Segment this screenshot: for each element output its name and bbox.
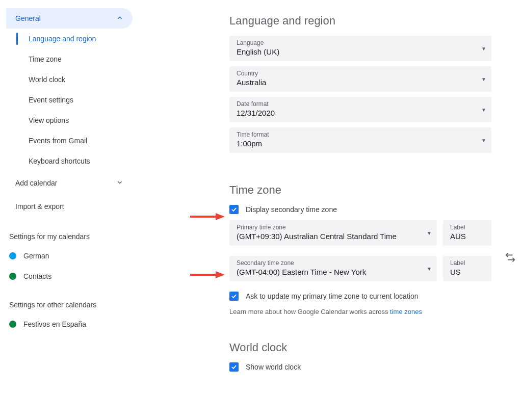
- section-title-time-zone: Time zone: [229, 183, 491, 197]
- sidebar-group-general[interactable]: General: [6, 8, 133, 29]
- chevron-up-icon: [116, 14, 123, 23]
- sidebar-calendar-festivos[interactable]: Festivos en España: [6, 314, 133, 334]
- time-format-dropdown[interactable]: Time format 1:00pm ▼: [229, 127, 491, 153]
- dropdown-caret-icon: ▼: [427, 266, 432, 272]
- display-secondary-timezone-label: Display secondary time zone: [246, 205, 337, 214]
- sidebar-group-general-label: General: [15, 14, 41, 22]
- chevron-down-icon: [116, 179, 123, 188]
- sidebar-heading-my-calendars: Settings for my calendars: [6, 232, 133, 241]
- sidebar-item-events-from-gmail[interactable]: Events from Gmail: [6, 130, 133, 151]
- timezones-help-link[interactable]: time zones: [390, 308, 422, 316]
- dropdown-caret-icon: ▼: [481, 76, 486, 82]
- secondary-timezone-dropdown[interactable]: Secondary time zone (GMT-04:00) Eastern …: [229, 256, 437, 281]
- svg-marker-1: [216, 213, 225, 220]
- sidebar-item-import-export[interactable]: Import & export: [6, 195, 133, 218]
- show-world-clock-label: Show world clock: [246, 363, 301, 371]
- calendar-color-dot: [9, 321, 16, 328]
- dropdown-caret-icon: ▼: [481, 107, 486, 113]
- timezone-helper-text: Learn more about how Google Calendar wor…: [229, 308, 491, 316]
- secondary-timezone-label-input[interactable]: Label US: [443, 256, 491, 281]
- sidebar-calendar-contacts[interactable]: Contacts: [6, 266, 133, 286]
- calendar-color-dot: [9, 273, 16, 280]
- sidebar-item-view-options[interactable]: View options: [6, 110, 133, 130]
- country-dropdown[interactable]: Country Australia ▼: [229, 66, 491, 92]
- annotation-arrow-2: [189, 270, 225, 281]
- primary-timezone-label-input[interactable]: Label AUS: [443, 220, 491, 246]
- dropdown-caret-icon: ▼: [481, 138, 486, 143]
- svg-marker-3: [216, 271, 225, 278]
- settings-content: Language and region Language English (UK…: [138, 8, 522, 378]
- ask-update-timezone-checkbox[interactable]: [229, 292, 239, 301]
- sidebar-calendar-german[interactable]: German: [6, 246, 133, 266]
- date-format-dropdown[interactable]: Date format 12/31/2020 ▼: [229, 97, 491, 122]
- swap-timezones-icon[interactable]: [505, 252, 516, 265]
- annotation-arrow-1: [189, 212, 225, 223]
- sidebar-item-time-zone[interactable]: Time zone: [6, 49, 133, 69]
- sidebar-group-add-calendar[interactable]: Add calendar: [6, 171, 133, 195]
- sidebar-item-world-clock[interactable]: World clock: [6, 69, 133, 90]
- dropdown-caret-icon: ▼: [427, 230, 432, 236]
- primary-timezone-dropdown[interactable]: Primary time zone (GMT+09:30) Australian…: [229, 220, 437, 246]
- sidebar-heading-other-calendars: Settings for other calendars: [6, 301, 133, 309]
- section-title-language-region: Language and region: [229, 14, 491, 28]
- ask-update-timezone-label: Ask to update my primary time zone to cu…: [246, 292, 418, 300]
- section-title-world-clock: World clock: [229, 341, 491, 354]
- sidebar-item-event-settings[interactable]: Event settings: [6, 90, 133, 110]
- sidebar-item-language-region[interactable]: Language and region: [6, 29, 133, 49]
- dropdown-caret-icon: ▼: [481, 46, 486, 51]
- calendar-color-dot: [9, 252, 16, 259]
- language-dropdown[interactable]: Language English (UK) ▼: [229, 36, 491, 61]
- display-secondary-timezone-checkbox[interactable]: [229, 205, 239, 214]
- show-world-clock-checkbox[interactable]: [229, 362, 239, 372]
- settings-sidebar: General Language and region Time zone Wo…: [0, 8, 138, 378]
- sidebar-item-keyboard-shortcuts[interactable]: Keyboard shortcuts: [6, 151, 133, 171]
